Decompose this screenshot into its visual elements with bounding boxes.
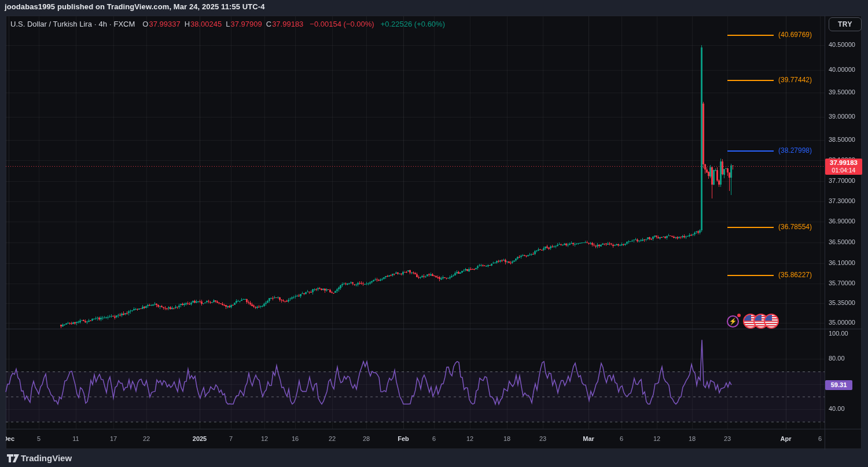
ohlc-close: C37.99183 [266, 20, 304, 28]
tradingview-logo-icon[interactable] [7, 453, 20, 464]
price-level-line[interactable] [727, 80, 774, 81]
price-level-label: (38.27998) [778, 146, 812, 155]
rsi-value-badge: 59.31 [825, 380, 852, 390]
last-price-badge: 37.99183 01:04:14 [825, 159, 862, 175]
time-tick-label: 16 [292, 435, 299, 442]
brand-name[interactable]: TradingView [21, 453, 72, 463]
price-tick-label: 37.70000 [829, 177, 855, 184]
price-change: −0.00154 (−0.00%) [310, 20, 374, 28]
rsi-tick-label: 80.00 [829, 355, 845, 362]
price-tick-label: 39.50000 [829, 89, 855, 95]
time-tick-label: 7 [229, 435, 233, 442]
price-level-label: (39.77442) [778, 76, 812, 84]
time-axis[interactable]: Dec51117222025712162228Feb6121823Mar6121… [6, 429, 862, 450]
time-tick-label: Mar [583, 435, 594, 442]
time-tick-label: 12 [466, 435, 473, 442]
price-tick-label: 39.00000 [829, 113, 855, 120]
time-tick-label: 22 [329, 435, 336, 442]
price-level-label: (35.86227) [778, 271, 812, 279]
price-tick-label: 36.10000 [829, 259, 855, 266]
lightning-icon[interactable]: ⚡ [727, 315, 739, 328]
time-tick-label: 6 [818, 435, 822, 442]
time-tick-label: 2025 [193, 435, 207, 442]
time-tick-label: 23 [539, 435, 546, 442]
time-tick-label: 17 [110, 435, 117, 442]
chart-legend: U.S. Dollar / Turkish Lira · 4h · FXCM O… [10, 20, 445, 28]
session-change: +0.22526 (+0.60%) [381, 20, 445, 28]
price-level-label: (40.69769) [778, 31, 812, 39]
time-tick-label: 6 [620, 435, 623, 442]
price-level-line[interactable] [727, 275, 774, 276]
time-tick-label: 6 [432, 435, 436, 442]
time-tick-label: 23 [724, 435, 731, 442]
bar-countdown: 01:04:14 [825, 167, 862, 174]
price-tick-label: 40.00000 [829, 66, 855, 73]
rsi-tick-label: 40.00 [829, 405, 845, 412]
price-axis[interactable]: 40.5000040.0000039.5000039.0000038.50000… [825, 16, 862, 429]
price-tick-label: 40.50000 [829, 41, 855, 48]
price-tick-label: 35.35000 [829, 299, 855, 306]
time-tick-label: 5 [37, 435, 41, 442]
time-tick-label: 22 [143, 435, 150, 442]
time-tick-label: Apr [781, 435, 792, 442]
time-tick-label: 12 [261, 435, 268, 442]
time-tick-label: 18 [689, 435, 696, 442]
us-flag-icon[interactable] [764, 314, 779, 329]
price-level-line[interactable] [727, 150, 774, 152]
price-tick-label: 36.50000 [829, 238, 855, 245]
notification-dot [737, 314, 741, 317]
time-tick-label: 11 [72, 435, 79, 442]
price-tick-label: 36.90000 [829, 218, 855, 225]
time-tick-label: 12 [653, 435, 660, 442]
ohlc-open: O37.99337 [142, 20, 180, 28]
ohlc-high: H38.00245 [185, 20, 222, 28]
time-tick-label: Dec [6, 435, 14, 442]
price-tick-label: 38.50000 [829, 136, 855, 143]
price-level-line[interactable] [727, 227, 774, 228]
time-tick-label: Feb [398, 435, 409, 442]
time-tick-label: 28 [363, 435, 370, 442]
time-tick-label: 18 [503, 435, 510, 442]
rsi-tick-label: 100.00 [829, 330, 848, 337]
price-level-line[interactable] [727, 35, 774, 36]
currency-toggle-button[interactable]: TRY [829, 17, 862, 31]
price-tick-label: 35.00000 [829, 319, 855, 326]
us-flag-icon-group [743, 314, 779, 329]
symbol-title[interactable]: U.S. Dollar / Turkish Lira · 4h · FXCM [10, 20, 135, 28]
attribution-text: joodabas1995 published on TradingView.co… [5, 2, 265, 11]
footer-bar: TradingView [0, 450, 868, 467]
price-tick-label: 35.70000 [829, 280, 855, 286]
last-price-value: 37.99183 [825, 159, 862, 167]
candlestick-chart-canvas [0, 0, 868, 467]
price-level-label: (36.78554) [778, 223, 812, 231]
ohlc-low: L37.97909 [226, 20, 262, 28]
price-tick-label: 37.30000 [829, 197, 855, 204]
tradingview-snapshot: joodabas1995 published on TradingView.co… [0, 0, 868, 467]
